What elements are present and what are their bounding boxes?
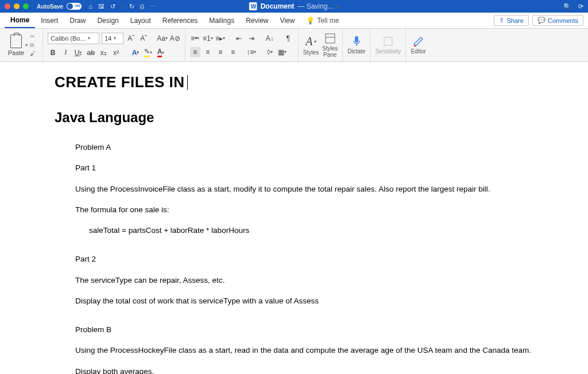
lightbulb-icon: 💡 xyxy=(306,17,315,25)
paste-button[interactable]: Paste xyxy=(8,34,24,56)
window-controls xyxy=(5,3,29,9)
underline-button[interactable]: U▾ xyxy=(73,48,83,58)
dictate-button[interactable]: Dictate xyxy=(347,36,365,54)
voice-group: Dictate xyxy=(343,29,370,61)
share-button[interactable]: ⇪ Share xyxy=(494,15,528,26)
text-line: saleTotal = partsCost + laborRate * labo… xyxy=(89,225,533,236)
clipboard-group: Paste ▾ ✂ ⧉ 🖌 xyxy=(3,29,43,61)
styles-pane-label: Styles Pane xyxy=(322,45,338,58)
format-painter-icon[interactable]: 🖌 xyxy=(30,50,38,57)
svg-rect-6 xyxy=(384,37,392,45)
font-size-select[interactable]: 14▾ xyxy=(102,33,123,44)
document-title: W Document — Saving... ▾ xyxy=(249,2,339,10)
font-size-value: 14 xyxy=(105,35,111,42)
print-icon[interactable]: ⎙ xyxy=(140,3,144,10)
toggle-icon[interactable]: ON xyxy=(67,3,82,10)
clear-format-button[interactable]: A⊘ xyxy=(170,33,180,44)
tab-mailings[interactable]: Mailings xyxy=(203,13,240,28)
save-icon[interactable]: 🖫 xyxy=(98,3,105,10)
increase-indent-button[interactable]: ⇥ xyxy=(246,33,257,44)
sensitivity-label: Sensitivity xyxy=(375,48,401,54)
decrease-indent-button[interactable]: ⇤ xyxy=(234,33,244,44)
redo-icon[interactable]: ↻ xyxy=(129,3,134,10)
text-effects-button[interactable]: A▾ xyxy=(130,48,141,58)
tab-view[interactable]: View xyxy=(274,13,301,28)
paste-label: Paste xyxy=(8,49,24,56)
document-page[interactable]: CREATE FILES IN Java Language Problem A … xyxy=(0,62,588,374)
tell-me-search[interactable]: 💡 Tell me xyxy=(300,13,345,28)
dictate-label: Dictate xyxy=(347,48,365,54)
cut-icon[interactable]: ✂ xyxy=(30,33,38,40)
text-line: Display both averages. xyxy=(75,366,533,375)
shading-button[interactable]: ◊▾ xyxy=(265,47,275,57)
document-body: Problem A Part 1 Using the ProcessInvoic… xyxy=(75,142,533,374)
title-dropdown-icon[interactable]: ▾ xyxy=(336,4,339,9)
comment-icon: 💬 xyxy=(537,17,546,24)
undo-icon[interactable]: ↺ xyxy=(110,3,115,10)
copy-icon[interactable]: ⧉ xyxy=(30,42,38,49)
bold-button[interactable]: B xyxy=(48,48,58,58)
tab-home[interactable]: Home xyxy=(5,13,35,28)
align-left-button[interactable]: ≡ xyxy=(190,47,200,57)
share-icon: ⇪ xyxy=(499,17,504,24)
italic-button[interactable]: I xyxy=(60,48,71,58)
sensitivity-group: Sensitivity xyxy=(370,29,406,61)
editor-group: Editor xyxy=(406,29,430,61)
tab-review[interactable]: Review xyxy=(240,13,274,28)
paste-dropdown-icon[interactable]: ▾ xyxy=(25,42,28,48)
multilevel-button[interactable]: ≡▸▾ xyxy=(215,33,226,44)
text-line: Using the ProcessInvoiceFile class as a … xyxy=(75,184,533,195)
borders-button[interactable]: ▦▾ xyxy=(277,47,288,57)
svg-rect-4 xyxy=(355,36,358,42)
line-spacing-button[interactable]: ↕≡▾ xyxy=(246,47,257,57)
comments-button[interactable]: 💬 Comments xyxy=(532,15,583,26)
sort-button[interactable]: A↓ xyxy=(265,33,275,44)
justify-button[interactable]: ≡ xyxy=(228,47,238,57)
search-icon[interactable]: 🔍 xyxy=(563,3,571,10)
autosave-toggle[interactable]: AutoSave ON xyxy=(37,3,82,10)
minimize-window-icon[interactable] xyxy=(14,3,20,9)
close-window-icon[interactable] xyxy=(5,3,10,9)
tab-references[interactable]: References xyxy=(157,13,203,28)
bullets-button[interactable]: ≡•▾ xyxy=(190,33,200,44)
clipboard-icon xyxy=(10,34,22,48)
highlight-button[interactable]: ✎▾ xyxy=(143,48,153,58)
numbering-button[interactable]: ≡1▾ xyxy=(203,33,213,44)
titlebar-right: 🔍 ⟳ xyxy=(563,3,583,10)
subscript-button[interactable]: x₂ xyxy=(98,48,109,58)
styles-pane-button[interactable]: Styles Pane xyxy=(322,33,338,58)
tab-design[interactable]: Design xyxy=(91,13,124,28)
align-center-button[interactable]: ≡ xyxy=(203,47,213,57)
font-color-button[interactable]: A▾ xyxy=(156,48,166,58)
tab-draw[interactable]: Draw xyxy=(64,13,91,28)
tab-layout[interactable]: Layout xyxy=(125,13,157,28)
font-family-select[interactable]: Calibri (Bo...▾ xyxy=(48,33,99,44)
grow-font-button[interactable]: Aˆ xyxy=(126,33,136,44)
font-family-value: Calibri (Bo... xyxy=(51,35,86,42)
text-cursor xyxy=(187,75,188,90)
text-line: Part 2 xyxy=(75,254,533,265)
styles-button[interactable]: A▾ Styles xyxy=(303,35,319,56)
text-line: Display the total cost of work that is s… xyxy=(75,295,533,307)
sensitivity-button[interactable]: Sensitivity xyxy=(375,36,401,54)
maximize-window-icon[interactable] xyxy=(23,3,29,9)
styles-label: Styles xyxy=(303,49,319,56)
styles-group: A▾ Styles Styles Pane xyxy=(299,29,343,61)
more-icon[interactable]: ⋯ xyxy=(150,3,156,10)
tab-insert[interactable]: Insert xyxy=(35,13,64,28)
shrink-font-button[interactable]: Aˇ xyxy=(138,33,149,44)
comments-label: Comments xyxy=(548,17,578,24)
ribbon-options-icon[interactable]: ⟳ xyxy=(578,3,583,10)
superscript-button[interactable]: x² xyxy=(111,48,121,58)
strikethrough-button[interactable]: ab xyxy=(86,48,96,58)
change-case-button[interactable]: Aa▾ xyxy=(157,33,168,44)
show-paragraph-button[interactable]: ¶ xyxy=(283,33,293,44)
editor-button[interactable]: Editor xyxy=(411,36,425,54)
word-app-icon: W xyxy=(249,2,257,10)
microphone-icon xyxy=(353,36,361,47)
text-line: Using the ProcessHockeyFile class as a s… xyxy=(75,345,533,356)
home-icon[interactable]: ⌂ xyxy=(88,3,92,10)
undo-dropdown-icon[interactable]: ▾ xyxy=(121,4,123,9)
align-right-button[interactable]: ≡ xyxy=(215,47,226,57)
font-group: Calibri (Bo...▾ 14▾ Aˆ Aˇ Aa▾ A⊘ B I U▾ … xyxy=(43,29,185,61)
